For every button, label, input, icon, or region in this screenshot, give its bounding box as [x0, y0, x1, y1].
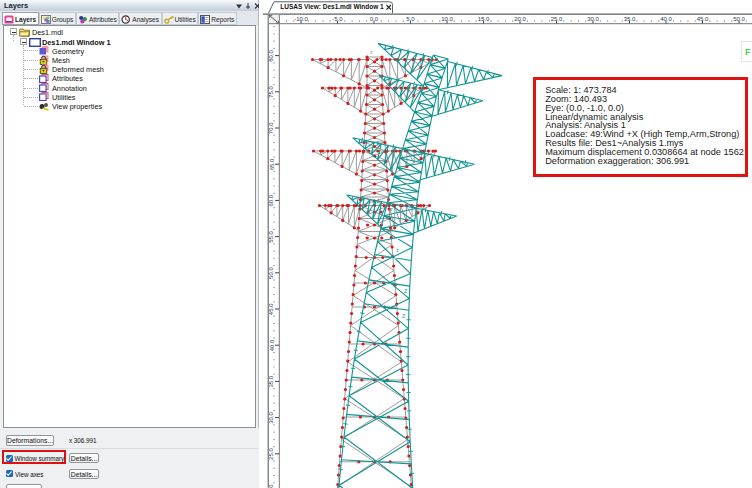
- svg-text:Z: Z: [404, 288, 408, 294]
- svg-text:0.0: 0.0: [370, 16, 379, 22]
- svg-text:20.0: 20.0: [514, 16, 526, 22]
- svg-text:25.0: 25.0: [551, 16, 563, 22]
- svg-text:40.0: 40.0: [269, 339, 275, 351]
- svg-text:45.0: 45.0: [269, 303, 275, 315]
- svg-text:50.0: 50.0: [269, 267, 275, 279]
- svg-text:30.0: 30.0: [269, 411, 275, 423]
- svg-text:40.0: 40.0: [660, 16, 672, 22]
- svg-text:25.0: 25.0: [269, 448, 275, 460]
- svg-text:z: z: [390, 206, 393, 212]
- svg-text:45.0: 45.0: [697, 16, 709, 22]
- svg-text:z: z: [396, 247, 399, 253]
- svg-text:30.0: 30.0: [587, 16, 599, 22]
- svg-text:15.0: 15.0: [478, 16, 490, 22]
- svg-text:-10.0: -10.0: [294, 16, 308, 22]
- svg-text:20.0: 20.0: [269, 484, 275, 488]
- svg-text:Z: Z: [402, 313, 406, 319]
- svg-text:70.0: 70.0: [269, 122, 275, 134]
- svg-text:65.0: 65.0: [269, 158, 275, 170]
- svg-text:60.0: 60.0: [269, 194, 275, 206]
- svg-text:z: z: [370, 49, 373, 55]
- svg-text:-5.0: -5.0: [332, 16, 343, 22]
- svg-text:80.0: 80.0: [269, 49, 275, 61]
- svg-text:10.0: 10.0: [441, 16, 453, 22]
- svg-text:5.0: 5.0: [406, 16, 415, 22]
- svg-text:35.0: 35.0: [269, 375, 275, 387]
- svg-text:35.0: 35.0: [624, 16, 636, 22]
- svg-text:55.0: 55.0: [269, 230, 275, 242]
- svg-text:50.0: 50.0: [733, 16, 745, 22]
- svg-text:75.0: 75.0: [269, 86, 275, 98]
